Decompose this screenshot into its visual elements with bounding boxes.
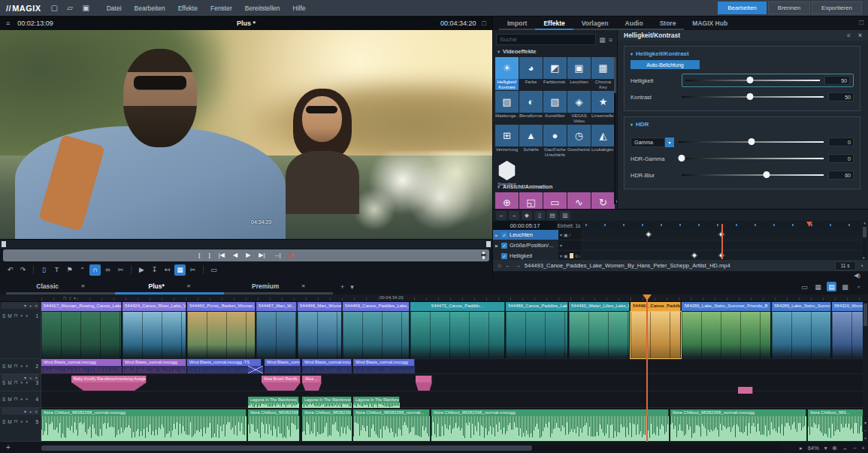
video-clip-label[interactable]: 544460_Picnic_Basket_Woman_Jetty_Car: [187, 302, 256, 311]
track-add-icon[interactable]: +: [26, 419, 29, 424]
crossfade-icon[interactable]: [248, 366, 263, 373]
audio-clip-label[interactable]: Wind Blasts_normal.mxcogg -TS: [187, 359, 262, 366]
expand-icon[interactable]: ▶: [495, 233, 499, 237]
track-fx-icon[interactable]: +: [20, 313, 23, 319]
storyboard-view-button[interactable]: ▦: [813, 282, 823, 291]
mouse-mode-all-button[interactable]: ↤: [162, 264, 173, 276]
track-add-icon[interactable]: +: [26, 313, 29, 319]
effect-maskengenerator[interactable]: ▨Maskenge...: [495, 91, 519, 124]
jump-end-button[interactable]: →|: [274, 249, 281, 261]
video-clip-thumbnails[interactable]: [772, 312, 831, 358]
effect-gauss-unschaerfe[interactable]: ●Gauß'sche Unschärfe: [543, 125, 567, 158]
audio-clip-label[interactable]: Ibiza Chillout_98382368_n...: [302, 409, 352, 416]
audio-clip-label[interactable]: Wind Blasts_normal.mxcogg: [302, 359, 352, 366]
row-option-icon[interactable]: ∕: [570, 233, 570, 237]
panel-menu-icon[interactable]: ≡: [847, 32, 851, 39]
video-clip-thumbnails[interactable]: [682, 312, 771, 358]
lock-icon[interactable]: ⊓: [14, 396, 18, 402]
redo-button[interactable]: ↷: [17, 264, 29, 276]
tab-store[interactable]: Store: [652, 20, 685, 30]
save-project-icon[interactable]: ▣: [80, 3, 92, 13]
timeline-vertical-scrollbar[interactable]: ▾−+: [863, 302, 868, 442]
row-checkbox[interactable]: ✓: [501, 232, 507, 238]
fullscreen-icon[interactable]: □: [482, 20, 486, 27]
timeline-playhead[interactable]: [646, 294, 648, 442]
range-start-button[interactable]: [: [198, 249, 200, 261]
menu-bereitstellen[interactable]: Bereitstellen: [245, 5, 280, 12]
audio-clip-label[interactable]: Wind Blasts_normal.mxcogg: [41, 359, 122, 366]
mute-button[interactable]: M: [8, 364, 11, 369]
multicam-view-button[interactable]: ▩: [840, 282, 850, 291]
expand-icon[interactable]: ▶: [495, 243, 499, 248]
zoom-in-button[interactable]: +: [862, 445, 865, 451]
row-option-icon[interactable]: ▾: [560, 243, 562, 248]
video-clip-label[interactable]: 544468_Man_Women_Wo...: [298, 302, 342, 311]
slider-track[interactable]: [685, 77, 820, 84]
add-keyframe-button[interactable]: ◆: [522, 211, 532, 220]
zoom-level[interactable]: 64%: [808, 445, 819, 451]
video-clip-label[interactable]: 544493_Canoe_Paddles_...: [631, 302, 681, 311]
slider-value[interactable]: 50: [828, 92, 854, 101]
preview-scrubber[interactable]: [0, 239, 492, 249]
paste-keyframe-button[interactable]: ▥: [560, 211, 570, 220]
audio-clip-label[interactable]: Ibiza Chillout_98382368_normal.mxcogg: [670, 409, 806, 416]
group-header[interactable]: ▾ Helligkeit/Kontrast: [631, 49, 854, 59]
video-clip-label[interactable]: 544490_Water_Lilies_Lake_Li...: [569, 302, 630, 311]
row-option-icon[interactable]: ▾: [560, 232, 562, 237]
exportieren-mode-button[interactable]: Exportieren: [812, 2, 862, 14]
effect-leuchten[interactable]: ▣Leuchten: [567, 57, 591, 90]
track-fx-icon[interactable]: +: [20, 419, 23, 424]
loop-icon[interactable]: ◔: [860, 262, 863, 270]
timeline-view-button[interactable]: ▤: [827, 282, 836, 291]
title-clip-label[interactable]: Alea Brush Randb...: [262, 376, 301, 382]
tab-close-icon[interactable]: ×: [187, 282, 191, 289]
previous-keyframe-button[interactable]: ←: [496, 211, 507, 220]
group-button[interactable]: ∞: [102, 264, 113, 276]
next-keyframe-button[interactable]: →: [509, 211, 519, 220]
zoom-out-button[interactable]: −: [853, 445, 856, 451]
audio-fader-icon[interactable]: [482, 252, 485, 259]
track-fx-icon[interactable]: +: [20, 364, 23, 369]
effect-schaerfe[interactable]: ▲Schärfe: [519, 125, 543, 158]
keyframe-diamond[interactable]: [691, 252, 697, 258]
track-add-icon[interactable]: +: [29, 304, 32, 308]
lock-icon[interactable]: ⊓: [14, 313, 18, 319]
video-clip-label[interactable]: 584289_Lake_Swim_Summer_Fr...: [772, 302, 831, 311]
tab-list-icon[interactable]: ▾: [350, 283, 354, 291]
slider-track[interactable]: [682, 171, 824, 179]
keyframe-row-greposition[interactable]: ▶✓Größe/Position/...▾: [493, 240, 861, 251]
keyframe-diamond[interactable]: [646, 231, 652, 237]
row-option-icon[interactable]: ⊙: [575, 253, 579, 258]
video-clip-thumbnails[interactable]: [122, 312, 186, 358]
chapter-marker-button[interactable]: ": [77, 264, 88, 276]
effect-kunstfilter[interactable]: ▧Kunstfilter: [543, 91, 567, 124]
auto-belichtung-button[interactable]: Auto-Belichtung: [631, 60, 700, 69]
mouse-mode-button[interactable]: ▶: [136, 264, 147, 276]
scroll-right-button[interactable]: ▸: [800, 445, 803, 451]
solo-button[interactable]: S: [2, 419, 5, 424]
menu-fenster[interactable]: Fenster: [210, 5, 232, 12]
slider-thumb[interactable]: [746, 77, 753, 83]
row-option-icon[interactable]: ▣: [564, 232, 568, 237]
tab-audio[interactable]: Audio: [617, 20, 652, 30]
video-clip-thumbnails[interactable]: [256, 312, 297, 358]
search-input[interactable]: [496, 34, 596, 45]
video-clip-thumbnails[interactable]: [343, 312, 410, 358]
slider-track[interactable]: [682, 93, 824, 101]
panel-close-icon[interactable]: ×: [858, 32, 862, 39]
video-clip-thumbnails[interactable]: [187, 312, 256, 358]
brennen-mode-button[interactable]: Brennen: [768, 2, 810, 14]
video-clip-label[interactable]: 544467_Man_W...: [256, 302, 297, 311]
menu-datei[interactable]: Datei: [107, 5, 122, 12]
audio-clip-label[interactable]: Laguna In The Rainfores...: [353, 397, 400, 403]
row-option-icon[interactable]: ▾: [560, 253, 562, 258]
tab-magix-hub[interactable]: MAGIX Hub: [684, 20, 736, 30]
copy-keyframe-button[interactable]: ▤: [547, 211, 558, 220]
range-button[interactable]: ▭: [208, 264, 219, 276]
effect-verzerrung[interactable]: ⊞Verzerrung: [495, 125, 519, 158]
title-clip-body[interactable]: [302, 382, 322, 391]
title-clip-label[interactable]: [738, 387, 753, 394]
video-clip-thumbnails[interactable]: [569, 312, 630, 358]
slider-value[interactable]: 60: [828, 171, 854, 180]
zoom-range-button[interactable]: ↔: [842, 445, 848, 451]
